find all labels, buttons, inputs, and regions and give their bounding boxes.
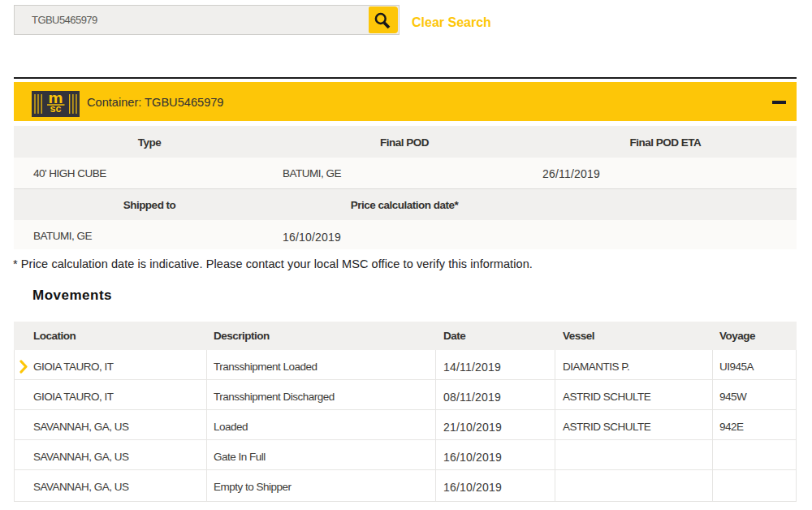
- svg-text:sc: sc: [50, 102, 62, 114]
